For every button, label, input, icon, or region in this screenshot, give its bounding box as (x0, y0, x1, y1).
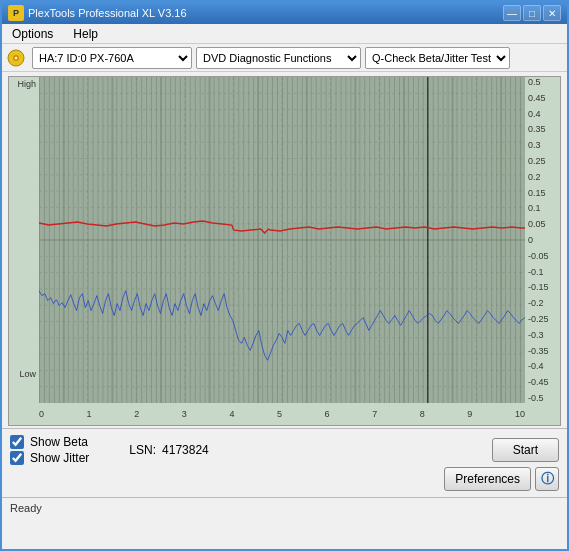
y-label-neg0.35: -0.35 (528, 346, 549, 356)
bottom-panel: Show Beta Show Jitter LSN: 4173824 Start (2, 428, 567, 497)
bottom-buttons: Start (492, 438, 559, 462)
x-label-6: 6 (325, 409, 330, 419)
y-label-0.5: 0.5 (528, 77, 541, 87)
title-bar-left: P PlexTools Professional XL V3.16 (8, 5, 187, 21)
info-button[interactable]: ⓘ (535, 467, 559, 491)
x-label-4: 4 (229, 409, 234, 419)
x-axis: 0 1 2 3 4 5 6 7 8 9 10 (39, 403, 525, 425)
y-label-0: 0 (528, 235, 533, 245)
toolbar: HA:7 ID:0 PX-760A DVD Diagnostic Functio… (2, 44, 567, 72)
y-label-0.25: 0.25 (528, 156, 546, 166)
chart-container: High Low (8, 76, 561, 426)
y-label-neg0.1: -0.1 (528, 267, 544, 277)
x-label-9: 9 (467, 409, 472, 419)
y-label-neg0.25: -0.25 (528, 314, 549, 324)
y-label-neg0.15: -0.15 (528, 282, 549, 292)
x-label-2: 2 (134, 409, 139, 419)
y-label-neg0.45: -0.45 (528, 377, 549, 387)
y-label-0.4: 0.4 (528, 109, 541, 119)
x-label-5: 5 (277, 409, 282, 419)
lsn-area: LSN: 4173824 (129, 443, 208, 457)
x-label-3: 3 (182, 409, 187, 419)
test-selector[interactable]: Q-Check Beta/Jitter Test (365, 47, 510, 69)
close-button[interactable]: ✕ (543, 5, 561, 21)
title-bar: P PlexTools Professional XL V3.16 — □ ✕ (2, 2, 567, 24)
y-label-neg0.2: -0.2 (528, 298, 544, 308)
show-beta-checkbox[interactable] (10, 435, 24, 449)
menu-options[interactable]: Options (6, 25, 59, 43)
x-label-1: 1 (87, 409, 92, 419)
y-label-neg0.05: -0.05 (528, 251, 549, 261)
x-label-7: 7 (372, 409, 377, 419)
y-label-0.1: 0.1 (528, 203, 541, 213)
y-label-neg0.4: -0.4 (528, 361, 544, 371)
show-beta-label: Show Beta (30, 435, 88, 449)
y-label-0.2: 0.2 (528, 172, 541, 182)
y-label-0.15: 0.15 (528, 188, 546, 198)
y-label-0.05: 0.05 (528, 219, 546, 229)
preferences-button[interactable]: Preferences (444, 467, 531, 491)
window-controls: — □ ✕ (503, 5, 561, 21)
app-icon: P (8, 5, 24, 21)
x-label-0: 0 (39, 409, 44, 419)
preferences-buttons: Preferences ⓘ (444, 467, 559, 491)
show-jitter-item: Show Jitter (10, 451, 89, 465)
app-title: PlexTools Professional XL V3.16 (28, 7, 187, 19)
x-label-10: 10 (515, 409, 525, 419)
status-text: Ready (10, 502, 42, 514)
status-bar: Ready (2, 497, 567, 517)
maximize-button[interactable]: □ (523, 5, 541, 21)
minimize-button[interactable]: — (503, 5, 521, 21)
start-button[interactable]: Start (492, 438, 559, 462)
y-label-0.45: 0.45 (528, 93, 546, 103)
bottom-row-main: Show Beta Show Jitter LSN: 4173824 Start (10, 435, 559, 465)
y-axis-right: 0.5 0.45 0.4 0.35 0.3 0.25 0.2 0.15 0.1 … (525, 77, 560, 403)
y-label-neg0.5: -0.5 (528, 393, 544, 403)
show-jitter-checkbox[interactable] (10, 451, 24, 465)
app-window: P PlexTools Professional XL V3.16 — □ ✕ … (0, 0, 569, 551)
y-label-0.3: 0.3 (528, 140, 541, 150)
drive-selector[interactable]: HA:7 ID:0 PX-760A (32, 47, 192, 69)
show-jitter-label: Show Jitter (30, 451, 89, 465)
function-selector[interactable]: DVD Diagnostic Functions (196, 47, 361, 69)
show-beta-item: Show Beta (10, 435, 89, 449)
menu-bar: Options Help (2, 24, 567, 44)
chart-inner (39, 77, 525, 403)
x-label-8: 8 (420, 409, 425, 419)
checkbox-group: Show Beta Show Jitter (10, 435, 89, 465)
svg-point-2 (15, 56, 18, 59)
bottom-row-prefs: Preferences ⓘ (10, 467, 559, 491)
y-label-neg0.3: -0.3 (528, 330, 544, 340)
lsn-label: LSN: (129, 443, 156, 457)
drive-icon (6, 48, 26, 68)
y-axis-left: High Low (9, 77, 39, 403)
y-label-0.35: 0.35 (528, 124, 546, 134)
menu-help[interactable]: Help (67, 25, 104, 43)
y-low-label: Low (19, 369, 36, 379)
info-icon: ⓘ (541, 470, 554, 488)
y-high-label: High (17, 79, 36, 89)
lsn-value: 4173824 (162, 443, 209, 457)
